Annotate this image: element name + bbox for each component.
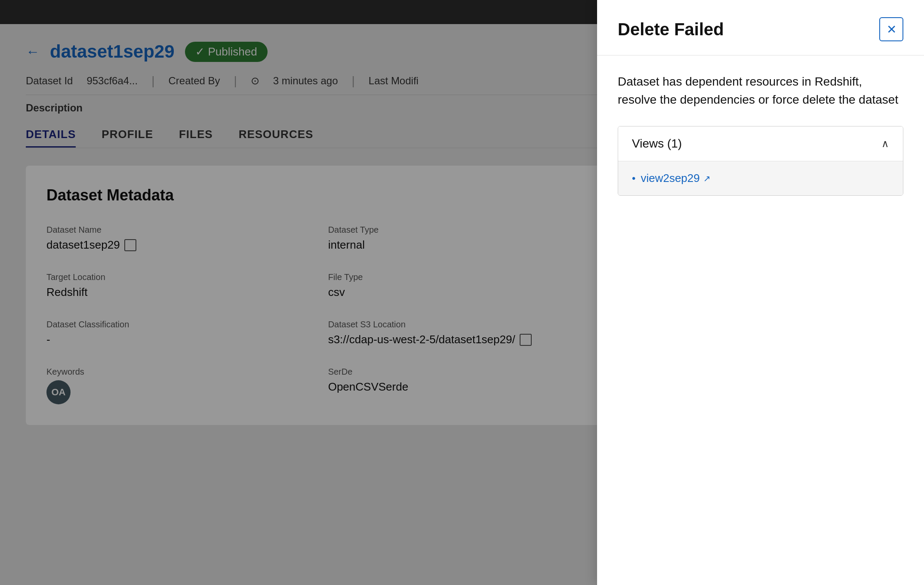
view-link-text: view2sep29 xyxy=(641,172,699,185)
delete-failed-modal: Delete Failed ✕ Dataset has dependent re… xyxy=(597,0,924,585)
modal-message: Dataset has dependent resources in Redsh… xyxy=(618,73,903,109)
bullet-icon: • xyxy=(632,172,635,185)
close-icon: ✕ xyxy=(887,22,896,37)
modal-body: Dataset has dependent resources in Redsh… xyxy=(597,55,924,585)
view-link[interactable]: view2sep29 ↗ xyxy=(641,172,710,185)
views-content: • view2sep29 ↗ xyxy=(618,161,903,195)
external-link-icon: ↗ xyxy=(703,173,711,184)
modal-header: Delete Failed ✕ xyxy=(597,0,924,55)
views-count: (1) xyxy=(667,137,682,150)
views-label: Views (1) xyxy=(632,137,682,151)
views-accordion-header[interactable]: Views (1) ∧ xyxy=(618,126,903,161)
modal-title: Delete Failed xyxy=(618,20,724,39)
chevron-up-icon: ∧ xyxy=(881,138,889,150)
views-accordion: Views (1) ∧ • view2sep29 ↗ xyxy=(618,126,903,196)
close-button[interactable]: ✕ xyxy=(879,17,903,41)
list-item: • view2sep29 ↗ xyxy=(632,172,889,185)
